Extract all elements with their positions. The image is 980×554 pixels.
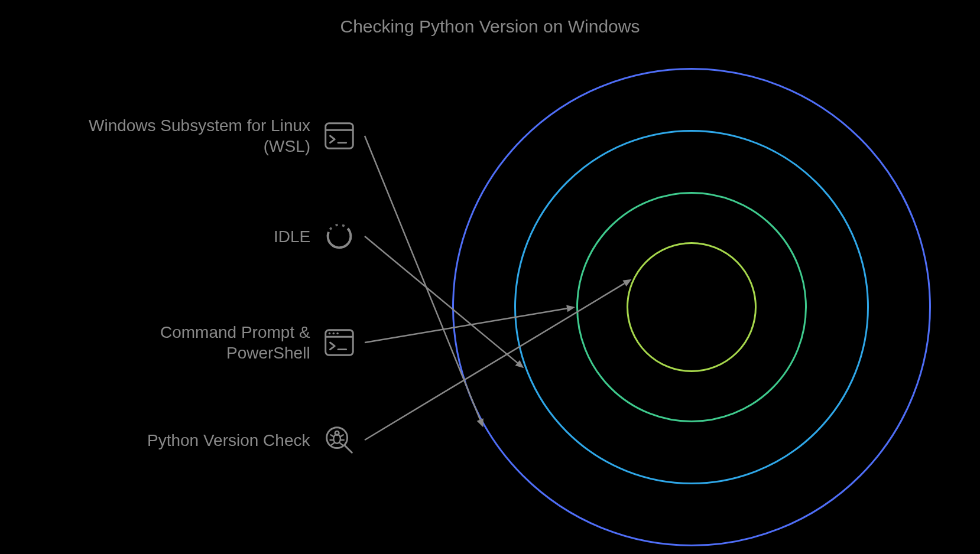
svg-point-8 xyxy=(332,333,334,334)
bug-search-icon-wrapper xyxy=(321,422,358,458)
svg-line-12 xyxy=(344,445,352,453)
terminal-icon-wrapper xyxy=(321,118,358,154)
svg-line-19 xyxy=(331,443,334,445)
diagram-item-label: Windows Subsystem for Linux (WSL) xyxy=(89,115,310,157)
shell-icon xyxy=(321,324,358,361)
shell-icon-wrapper xyxy=(321,324,358,361)
spinner-icon xyxy=(321,218,358,255)
svg-line-20 xyxy=(339,443,342,445)
diagram-item-3: Python Version Check xyxy=(147,422,358,458)
diagram-item-label: Command Prompt & PowerShell xyxy=(160,322,310,363)
svg-line-15 xyxy=(330,435,333,436)
diagram-title: Checking Python Version on Windows xyxy=(340,17,640,37)
diagram-item-2: Command Prompt & PowerShell xyxy=(160,322,358,363)
terminal-icon xyxy=(321,118,358,154)
svg-point-7 xyxy=(328,333,330,334)
diagram-item-1: IDLE xyxy=(274,218,358,255)
diagram-item-0: Windows Subsystem for Linux (WSL) xyxy=(89,115,358,157)
diagram-item-label: Python Version Check xyxy=(147,430,310,451)
diagram-item-label: IDLE xyxy=(274,226,310,247)
spinner-icon-wrapper xyxy=(321,218,358,255)
bug-search-icon xyxy=(321,422,358,458)
svg-line-16 xyxy=(340,435,343,436)
svg-point-14 xyxy=(335,431,339,435)
ring-inner xyxy=(627,242,757,372)
svg-point-9 xyxy=(336,333,338,334)
